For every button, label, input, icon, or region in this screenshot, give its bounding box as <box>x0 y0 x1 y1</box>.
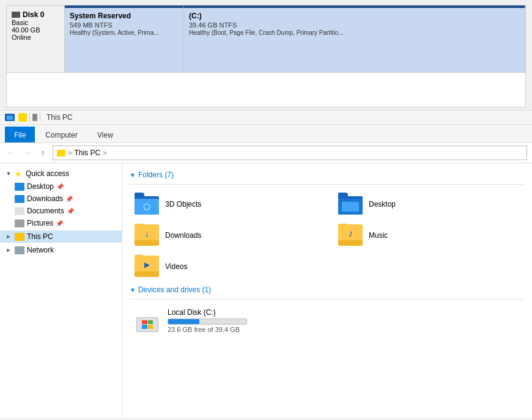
disk-status: Online <box>12 34 59 41</box>
sidebar-item-label: Desktop <box>27 182 54 191</box>
this-pc-label: This PC <box>27 232 53 241</box>
forward-button[interactable]: → <box>21 147 33 159</box>
devices-section-header[interactable]: ▼ Devices and drives (1) <box>130 286 525 294</box>
windows-logo <box>142 320 153 329</box>
tab-computer[interactable]: Computer <box>36 127 87 142</box>
folder-front <box>338 199 363 215</box>
partition-status: Healthy (System, Active, Prima... <box>70 29 179 36</box>
network-icon <box>15 246 24 254</box>
sidebar-item-downloads[interactable]: Downloads 📌 <box>0 193 122 205</box>
sidebar-section-network: ► Network <box>0 244 122 256</box>
expand-arrow: ► <box>5 233 12 240</box>
up-button[interactable]: ↑ <box>37 147 49 159</box>
sidebar-item-desktop[interactable]: Desktop 📌 <box>0 180 122 193</box>
chevron-icon: ▼ <box>130 287 136 293</box>
sidebar-section-quick-access: ▼ ★ Quick access Desktop 📌 Downloads 📌 D… <box>0 167 122 229</box>
drive-name: Local Disk (C:) <box>168 308 520 317</box>
title-dividers <box>18 112 40 122</box>
computer-icon <box>5 114 15 121</box>
folder-downloads-icon <box>15 195 24 203</box>
folder-icon <box>57 150 65 157</box>
divider <box>40 112 40 122</box>
sidebar-section-this-pc: ► This PC <box>0 230 122 243</box>
folder-item-desktop[interactable]: Desktop <box>333 190 525 218</box>
folder-item-3d-objects[interactable]: 3D Objects <box>130 190 321 218</box>
disk-partitions: System Reserved 549 MB NTFS Healthy (Sys… <box>65 6 525 72</box>
folder-item-videos[interactable]: Videos <box>130 252 321 281</box>
main-area: ▼ ★ Quick access Desktop 📌 Downloads 📌 D… <box>0 163 532 418</box>
disk-icon <box>12 12 20 18</box>
folder-name: Music <box>369 231 388 240</box>
sidebar-item-label: Pictures <box>27 219 53 227</box>
disk-type: Basic <box>12 19 59 26</box>
folder-pictures-icon <box>15 219 24 227</box>
partition-status: Healthy (Boot, Page File, Crash Dump, Pr… <box>189 29 520 36</box>
pin-icon-pictures: 📌 <box>56 220 62 227</box>
drive-progress-fill <box>168 319 199 324</box>
drive-progress-bar <box>168 319 247 325</box>
partition-c-drive[interactable]: (C:) 39.46 GB NTFS Healthy (Boot, Page F… <box>184 6 525 72</box>
folder-name: 3D Objects <box>165 200 201 208</box>
ribbon-tabs: File Computer View <box>0 125 532 143</box>
address-crumb: This PC <box>74 149 100 157</box>
section-divider-2 <box>130 299 525 300</box>
window-title: This PC <box>46 113 73 122</box>
expand-arrow: ▼ <box>5 170 12 177</box>
folder-icon-downloads <box>135 224 159 246</box>
logo-q1 <box>142 320 147 325</box>
folder-name: Desktop <box>369 200 396 208</box>
network-label: Network <box>27 246 54 254</box>
folder-documents-icon <box>15 207 24 215</box>
drive-space: 23.6 GB free of 39.4 GB <box>168 326 520 333</box>
this-pc-icon <box>15 233 24 241</box>
partition-size: 549 MB NTFS <box>70 21 179 29</box>
folder-icon-videos <box>135 256 159 277</box>
quick-access-header[interactable]: ▼ ★ Quick access <box>0 167 122 180</box>
folders-section-header[interactable]: ▼ Folders (7) <box>130 171 525 179</box>
explorer-window: This PC File Computer View ← → ↑ > This … <box>0 110 532 418</box>
expand-arrow: ► <box>5 246 12 254</box>
folder-front <box>135 224 159 240</box>
folder-name: Downloads <box>165 231 201 240</box>
tab-file[interactable]: File <box>5 127 35 142</box>
section-divider <box>130 184 525 185</box>
star-icon: ★ <box>15 169 23 178</box>
drive-body <box>136 317 158 332</box>
drive-c-info: Local Disk (C:) 23.6 GB free of 39.4 GB <box>168 308 520 333</box>
logo-q3 <box>142 325 147 329</box>
sidebar-item-documents[interactable]: Documents 📌 <box>0 205 122 217</box>
sidebar-item-label: Downloads <box>27 194 63 203</box>
sidebar-item-this-pc[interactable]: ► This PC <box>0 230 122 243</box>
pin-icon-documents: 📌 <box>67 208 73 215</box>
divider <box>29 112 30 122</box>
address-box[interactable]: > This PC > <box>53 146 527 160</box>
folder-item-downloads[interactable]: Downloads <box>130 221 321 249</box>
partition-size: 39.46 GB NTFS <box>189 21 520 29</box>
drive-item-c[interactable]: Local Disk (C:) 23.6 GB free of 39.4 GB <box>130 304 525 337</box>
folder-front <box>338 224 363 240</box>
disk-label: Disk 0 Basic 40.00 GB Online <box>7 6 65 72</box>
back-button[interactable]: ← <box>5 147 17 159</box>
sidebar-item-pictures[interactable]: Pictures 📌 <box>0 217 122 229</box>
address-sep: > <box>68 149 72 157</box>
partition-system-reserved[interactable]: System Reserved 549 MB NTFS Healthy (Sys… <box>65 6 184 72</box>
disk-management-panel: Disk 0 Basic 40.00 GB Online System Rese… <box>6 5 526 108</box>
sidebar: ▼ ★ Quick access Desktop 📌 Downloads 📌 D… <box>0 163 122 418</box>
pin-icon <box>32 114 37 121</box>
folder-icon-3d-objects <box>135 193 159 215</box>
partition-name: (C:) <box>189 12 520 20</box>
disk-name: Disk 0 <box>12 10 59 19</box>
sidebar-item-network[interactable]: ► Network <box>0 244 122 256</box>
address-bar: ← → ↑ > This PC > <box>0 143 532 163</box>
logo-q4 <box>148 325 153 329</box>
folder-item-music[interactable]: Music <box>333 221 525 249</box>
disk-empty-area <box>7 73 525 103</box>
tab-view[interactable]: View <box>88 127 122 142</box>
partition-name: System Reserved <box>70 12 179 20</box>
logo-q2 <box>148 320 153 325</box>
folder-grid: 3D Objects Desktop Downloads <box>130 190 525 281</box>
folder-name: Videos <box>165 262 187 271</box>
drive-c-icon <box>135 310 160 332</box>
pin-icon-desktop: 📌 <box>56 183 62 190</box>
disk-size: 40.00 GB <box>12 26 59 34</box>
